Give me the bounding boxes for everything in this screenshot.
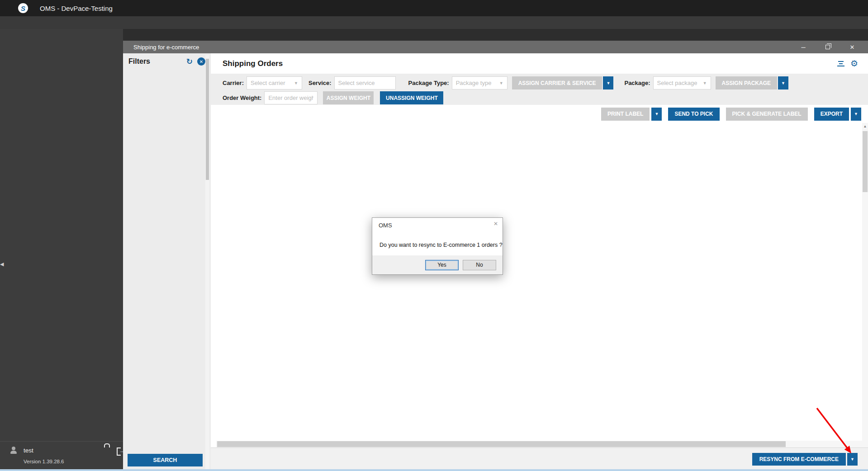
child-close-button[interactable]: ✕ bbox=[840, 44, 864, 51]
filters-panel: Filters ↻ ✕ SEARCH bbox=[123, 53, 211, 471]
package-type-select[interactable]: Package type▼ bbox=[452, 76, 508, 89]
child-window-controls: ─ ✕ bbox=[791, 41, 864, 53]
package-select[interactable]: Select package▼ bbox=[653, 76, 711, 89]
menu-bar bbox=[0, 16, 868, 29]
refresh-filters-icon[interactable]: ↻ bbox=[186, 57, 193, 66]
page-title: Shipping Orders bbox=[223, 59, 283, 68]
order-weight-input[interactable] bbox=[264, 91, 318, 104]
window-title: OMS - DevPace-Testing bbox=[40, 5, 113, 12]
child-minimize-button[interactable]: ─ bbox=[791, 44, 816, 51]
oms-application-window: S OMS - DevPace-Testing ─ ✕ test Version… bbox=[0, 0, 868, 471]
filters-title: Filters bbox=[128, 57, 150, 66]
service-label: Service: bbox=[308, 80, 332, 86]
unassign-weight-button[interactable]: UNASSIGN WEIGHT bbox=[380, 91, 443, 104]
export-button[interactable]: EXPORT bbox=[814, 108, 849, 121]
no-button[interactable]: No bbox=[463, 260, 496, 270]
assign-package-dropdown[interactable]: ▼ bbox=[778, 76, 788, 89]
bottom-action-bar: RESYNC FROM E-COMMERCE ▼ bbox=[211, 447, 868, 471]
clear-filters-icon[interactable]: ✕ bbox=[197, 57, 205, 66]
table-horizontal-scrollbar[interactable] bbox=[216, 441, 862, 447]
carrier-select[interactable]: Select carrier▼ bbox=[247, 76, 302, 89]
export-dropdown[interactable]: ▼ bbox=[851, 108, 861, 121]
child-rest[interactable] bbox=[816, 44, 840, 51]
shipping-orders-panel: Shipping Orders ⚙ Carrier: Select carrie… bbox=[211, 53, 868, 471]
user-avatar bbox=[9, 446, 18, 454]
app-logo-icon: S bbox=[18, 3, 28, 13]
filters-scrollbar[interactable] bbox=[205, 55, 209, 469]
search-button[interactable]: SEARCH bbox=[128, 454, 203, 466]
pick-generate-label-button[interactable]: PICK & GENERATE LABEL bbox=[726, 108, 808, 121]
order-status-tabs: PRINT LABEL ▼ SEND TO PICK PICK & GENERA… bbox=[211, 105, 868, 123]
resync-from-ecommerce-button[interactable]: RESYNC FROM E-COMMERCE bbox=[752, 453, 846, 466]
carrier-label: Carrier: bbox=[223, 80, 244, 86]
send-to-pick-button[interactable]: SEND TO PICK bbox=[668, 108, 719, 121]
app-version: Version 1.39.28.6 bbox=[24, 459, 64, 464]
document-tab-strip bbox=[123, 29, 868, 41]
package-type-label: Package Type: bbox=[408, 80, 449, 86]
order-weight-label: Order Weight: bbox=[223, 94, 261, 101]
assign-toolbar: Carrier: Select carrier▼ Service: Packag… bbox=[211, 74, 868, 105]
dialog-message: Do you want to resync to E-commerce 1 or… bbox=[379, 242, 503, 248]
child-window-title: Shipping for e-commerce bbox=[133, 44, 199, 51]
sidebar-footer: test Version 1.39.28.6 bbox=[0, 441, 123, 471]
gear-icon[interactable]: ⚙ bbox=[850, 58, 858, 69]
assign-carrier-service-button[interactable]: ASSIGN CARRIER & SERVICE bbox=[512, 76, 602, 89]
yes-button[interactable]: Yes bbox=[425, 260, 459, 270]
current-user: test bbox=[24, 447, 33, 454]
table-vertical-scrollbar[interactable]: ▲ bbox=[862, 123, 868, 447]
resync-confirmation-dialog: OMS ✕ Do you want to resync to E-commerc… bbox=[372, 217, 503, 275]
service-input[interactable] bbox=[334, 76, 396, 89]
assign-weight-button[interactable]: ASSIGN WEIGHT bbox=[323, 91, 374, 104]
orders-table bbox=[216, 123, 863, 441]
assign-package-button[interactable]: ASSIGN PACKAGE bbox=[716, 76, 777, 89]
print-label-button[interactable]: PRINT LABEL bbox=[601, 108, 650, 121]
child-window-title-bar: Shipping for e-commerce ─ ✕ bbox=[123, 41, 868, 53]
print-label-dropdown[interactable]: ▼ bbox=[651, 108, 662, 121]
package-label: Package: bbox=[624, 80, 650, 86]
resync-dropdown[interactable]: ▼ bbox=[847, 453, 858, 466]
column-chooser-icon[interactable] bbox=[836, 60, 844, 67]
assign-carrier-service-dropdown[interactable]: ▼ bbox=[603, 76, 613, 89]
dialog-close-icon[interactable]: ✕ bbox=[493, 221, 498, 227]
window-bottom-edge bbox=[0, 469, 868, 471]
sidebar: test Version 1.39.28.6 bbox=[0, 29, 123, 471]
sidebar-collapse-arrow-icon[interactable]: ◀ bbox=[0, 261, 4, 267]
title-bar: S OMS - DevPace-Testing ─ ✕ bbox=[0, 0, 868, 16]
dialog-title: OMS bbox=[379, 222, 392, 229]
